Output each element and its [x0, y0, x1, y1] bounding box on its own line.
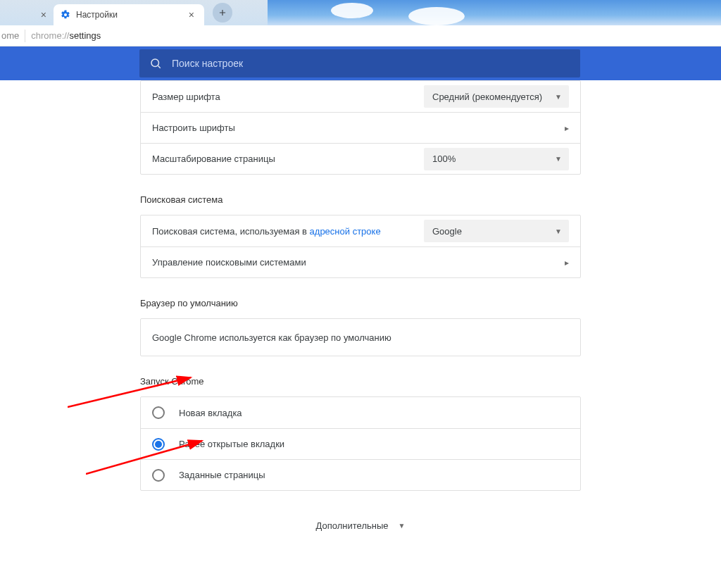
chevron-down-icon: ▼ — [555, 227, 562, 235]
default-browser-card: Google Chrome используется как браузер п… — [140, 318, 581, 356]
font-size-dropdown[interactable]: Средний (рекомендуется) ▼ — [424, 85, 569, 108]
chevron-right-icon: ▸ — [565, 258, 569, 268]
label: Управление поисковыми системами — [152, 257, 565, 268]
tab-strip: × Настройки × — [0, 0, 721, 25]
advanced-label: Дополнительные — [316, 520, 389, 531]
row-manage-search-engines[interactable]: Управление поисковыми системами ▸ — [141, 246, 580, 277]
address-scheme: chrome:// — [31, 30, 69, 41]
tab-title: Настройки — [76, 10, 118, 20]
address-path: settings — [69, 30, 101, 41]
startup-card: Новая вкладка Ранее открытые вкладки Зад… — [140, 396, 581, 491]
svg-point-0 — [151, 59, 159, 67]
chevron-down-icon: ▼ — [399, 522, 406, 530]
chevron-down-icon: ▼ — [555, 93, 562, 101]
radio-continue[interactable]: Ранее открытые вкладки — [141, 428, 580, 459]
tab-settings[interactable]: Настройки × — [54, 4, 204, 25]
search-engine-card: Поисковая система, используемая в адресн… — [140, 215, 581, 278]
row-default-browser-status: Google Chrome используется как браузер п… — [141, 319, 580, 356]
section-title-default-browser: Браузер по умолчанию — [140, 298, 581, 308]
label: Настроить шрифты — [152, 123, 565, 133]
dropdown-value: 100% — [432, 154, 456, 164]
dropdown-value: Средний (рекомендуется) — [432, 92, 542, 102]
section-title-search-engine: Поисковая система — [140, 194, 581, 205]
settings-header — [0, 46, 721, 80]
address-bar[interactable]: ome chrome://settings — [0, 25, 721, 46]
gear-icon — [61, 10, 70, 20]
row-font-size[interactable]: Размер шрифта Средний (рекомендуется) ▼ — [141, 81, 580, 112]
radio-new-tab[interactable]: Новая вкладка — [141, 397, 580, 428]
radio-icon[interactable] — [152, 438, 165, 451]
address-bar-link[interactable]: адресной строке — [310, 226, 381, 237]
label: Размер шрифта — [152, 92, 424, 102]
search-input[interactable] — [172, 58, 570, 69]
advanced-toggle[interactable]: Дополнительные ▼ — [140, 520, 581, 531]
label: Масштабирование страницы — [152, 154, 424, 164]
row-page-zoom[interactable]: Масштабирование страницы 100% ▼ — [141, 143, 580, 174]
section-title-startup: Запуск Chrome — [140, 376, 581, 387]
status-text: Google Chrome используется как браузер п… — [152, 332, 569, 343]
radio-icon[interactable] — [152, 469, 165, 482]
search-box[interactable] — [139, 49, 580, 77]
window-frame-decoration — [268, 0, 721, 25]
divider — [25, 30, 25, 42]
close-icon[interactable]: × — [41, 10, 46, 20]
radio-label: Заданные страницы — [179, 470, 265, 480]
page-zoom-dropdown[interactable]: 100% ▼ — [424, 148, 569, 170]
label: Поисковая система, используемая в адресн… — [152, 226, 424, 237]
close-icon[interactable]: × — [189, 10, 194, 20]
chevron-right-icon: ▸ — [565, 123, 569, 133]
label-prefix: Поисковая система, используемая в — [152, 226, 310, 237]
search-icon — [149, 57, 162, 70]
new-tab-button[interactable] — [213, 3, 232, 23]
search-engine-dropdown[interactable]: Google ▼ — [424, 220, 569, 242]
chevron-down-icon: ▼ — [555, 155, 562, 163]
radio-specific-pages[interactable]: Заданные страницы — [141, 459, 580, 490]
appearance-card: Размер шрифта Средний (рекомендуется) ▼ … — [140, 80, 581, 175]
radio-icon[interactable] — [152, 406, 165, 419]
radio-label: Ранее открытые вкладки — [179, 439, 284, 449]
radio-label: Новая вкладка — [179, 408, 242, 418]
dropdown-value: Google — [432, 226, 462, 237]
settings-content: Размер шрифта Средний (рекомендуется) ▼ … — [0, 80, 721, 588]
tab-inactive[interactable]: × — [0, 4, 54, 25]
row-customize-fonts[interactable]: Настроить шрифты ▸ — [141, 112, 580, 143]
row-search-engine[interactable]: Поисковая система, используемая в адресн… — [141, 215, 580, 246]
address-origin: ome — [1, 30, 19, 41]
